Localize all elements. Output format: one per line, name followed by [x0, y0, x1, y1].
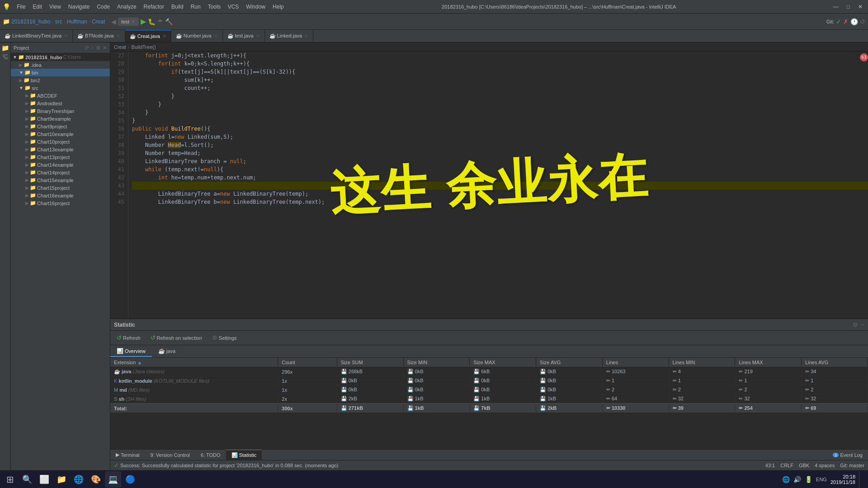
settings-icon[interactable]: ⚙	[96, 45, 101, 51]
tree-item-chart10project[interactable]: ▶ 📁 Chart10project	[11, 138, 110, 145]
tree-item-chart13project[interactable]: ▶ 📁 Chart13project	[11, 153, 110, 161]
tree-item-androidtest[interactable]: ▶ 📁 Androidtest	[11, 99, 110, 107]
col-lines[interactable]: Lines	[602, 358, 669, 367]
src-breadcrumb[interactable]: src	[55, 19, 62, 25]
tree-item-chart14project[interactable]: ▶ 📁 Chart14project	[11, 169, 110, 176]
project-name[interactable]: 20182316_hubo	[11, 19, 51, 25]
menu-build[interactable]: Build	[168, 3, 187, 11]
project-panel-icon[interactable]: 📁	[1, 44, 9, 52]
package-breadcrumb[interactable]: Huffman	[67, 19, 87, 25]
file-tab-linked[interactable]: ☕ Linked.java ✕	[265, 30, 314, 42]
run-config-dropdown[interactable]: test ▼	[118, 18, 139, 26]
menu-code[interactable]: Code	[93, 3, 113, 11]
error-badge[interactable]: 63	[860, 53, 868, 61]
tree-item-src[interactable]: ▼ 📁 src	[11, 84, 110, 92]
settings-gear-icon[interactable]: ⚙	[853, 321, 858, 328]
tab-close-icon[interactable]: ✕	[162, 33, 166, 39]
volume-icon[interactable]: 🔊	[793, 476, 801, 483]
col-size-sum[interactable]: Size SUM	[337, 358, 403, 367]
tree-item-chart14example[interactable]: ▶ 📁 Chart14example	[11, 161, 110, 169]
minimize-panel-icon[interactable]: −	[861, 321, 864, 328]
tree-item-idea[interactable]: ▶ 📁 .idea	[11, 61, 110, 69]
tree-item-binarytreeshijan[interactable]: ▶ 📁 BinaryTreeshijan	[11, 107, 110, 115]
start-button[interactable]: ⊞	[2, 471, 18, 488]
terminal-tab[interactable]: ▶ Terminal	[110, 450, 145, 460]
event-log-tab[interactable]: 1 Event Log	[827, 451, 868, 459]
tree-item-chart15example[interactable]: ▶ 📁 Chart15example	[11, 176, 110, 184]
browser-taskbar[interactable]: 🌐	[71, 471, 87, 488]
debug-button[interactable]: 🐛	[148, 18, 156, 25]
tab-overview[interactable]: 📊 Overview	[110, 346, 152, 357]
menu-tools[interactable]: Tools	[204, 3, 224, 11]
show-desktop-button[interactable]	[859, 471, 863, 488]
breadcrumb-item-buildtree[interactable]: BuildTree()	[132, 44, 156, 50]
menu-file[interactable]: File	[13, 3, 29, 11]
tree-item-root[interactable]: ▼ 📁 20182316_hubo C:\Users	[11, 53, 110, 61]
run-button[interactable]: ▶	[141, 17, 146, 26]
maximize-button[interactable]: □	[844, 4, 853, 10]
close-sidebar-icon[interactable]: ✕	[103, 45, 107, 51]
col-size-avg[interactable]: Size AVG	[536, 358, 603, 367]
tab-close-icon[interactable]: ✕	[304, 33, 308, 39]
language-indicator[interactable]: ENG	[816, 477, 827, 482]
breadcrumb-item-creat[interactable]: Creat	[114, 44, 126, 50]
tree-item-chart15project[interactable]: ▶ 📁 Chart15project	[11, 184, 110, 192]
tree-item-bin2[interactable]: ▶ 📁 bin2	[11, 76, 110, 84]
col-size-max[interactable]: Size MAX	[470, 358, 536, 367]
refresh-button[interactable]: ↺ Refresh	[113, 333, 144, 342]
paint-taskbar[interactable]: 🎨	[88, 471, 104, 488]
menu-navigate[interactable]: Navigate	[65, 3, 93, 11]
menu-run[interactable]: Run	[187, 3, 204, 11]
file-tab-test[interactable]: ☕ test.java ✕	[223, 30, 265, 42]
refresh-on-selection-button[interactable]: ↺ Refresh on selection	[147, 333, 206, 342]
menu-refactor[interactable]: Refactor	[140, 3, 168, 11]
tab-java[interactable]: ☕ java	[152, 346, 182, 357]
back-button[interactable]: ◀	[111, 18, 116, 25]
build-button[interactable]: 🔨	[165, 18, 173, 25]
tree-item-chart9project[interactable]: ▶ 📁 Chart9project	[11, 122, 110, 130]
network-icon[interactable]: 🌐	[782, 476, 790, 483]
statistic-tab[interactable]: 📊 Statistic	[226, 450, 262, 460]
menu-help[interactable]: Help	[269, 3, 288, 11]
col-count[interactable]: Count	[278, 358, 337, 367]
file-breadcrumb[interactable]: Creat	[92, 19, 105, 25]
coverage-button[interactable]: ☂	[157, 18, 163, 25]
sync-icon[interactable]: ⟳	[85, 45, 89, 51]
tree-item-chart13example[interactable]: ▶ 📁 Chart13example	[11, 145, 110, 153]
col-lines-min[interactable]: Lines MIN	[669, 358, 735, 367]
menu-view[interactable]: View	[46, 3, 65, 11]
tree-item-chart16project[interactable]: ▶ 📁 Chart16project	[11, 199, 110, 207]
col-size-min[interactable]: Size MIN	[403, 358, 470, 367]
file-tab-creat[interactable]: ☕ Creat.java ✕	[125, 30, 171, 42]
tree-item-chart9example[interactable]: ▶ 📁 Chart9example	[11, 115, 110, 122]
menu-window[interactable]: Window	[242, 3, 269, 11]
structure-icon[interactable]: 🏗	[2, 53, 9, 61]
file-tab-linkedbinarytree[interactable]: ☕ LinkedBinaryTree.java ✕	[0, 30, 73, 42]
close-button[interactable]: ✕	[855, 4, 865, 10]
git-clock-button[interactable]: 🕐	[850, 18, 858, 25]
settings-button[interactable]: ⚙ Settings	[208, 333, 241, 342]
project-tab[interactable]: Project	[14, 45, 29, 51]
col-lines-avg[interactable]: Lines AVG	[802, 358, 868, 367]
collapse-icon[interactable]: −	[91, 45, 94, 51]
tree-item-chart16example[interactable]: ▶ 📁 Chart16example	[11, 192, 110, 199]
battery-icon[interactable]: 🔋	[805, 476, 812, 483]
tab-close-icon[interactable]: ✕	[256, 33, 260, 39]
code-editor[interactable]: 这生 余业永在 27 28 29 30 31 32 33 34 35 36 37…	[110, 52, 868, 318]
tab-close-icon[interactable]: ✕	[116, 33, 120, 39]
todo-tab[interactable]: 6: TODO	[195, 450, 226, 460]
menu-edit[interactable]: Edit	[29, 3, 46, 11]
col-lines-max[interactable]: Lines MAX	[735, 358, 802, 367]
tree-item-bin[interactable]: ▼ 📁 bin	[11, 69, 110, 76]
tab-close-icon[interactable]: ✕	[64, 33, 68, 39]
file-tab-btnode[interactable]: ☕ BTNode.java ✕	[73, 30, 125, 42]
task-view-button[interactable]: ⬜	[36, 471, 52, 488]
tab-close-icon[interactable]: ✕	[214, 33, 218, 39]
menu-analyze[interactable]: Analyze	[113, 3, 140, 11]
git-x-button[interactable]: ✗	[843, 18, 849, 25]
ide-taskbar[interactable]: 💻	[105, 471, 121, 488]
minimize-button[interactable]: —	[830, 4, 841, 10]
version-control-tab[interactable]: 9: Version Control	[145, 450, 195, 460]
file-tab-number[interactable]: ☕ Number.java ✕	[171, 30, 223, 42]
search-taskbar-button[interactable]: 🔍	[19, 471, 35, 488]
